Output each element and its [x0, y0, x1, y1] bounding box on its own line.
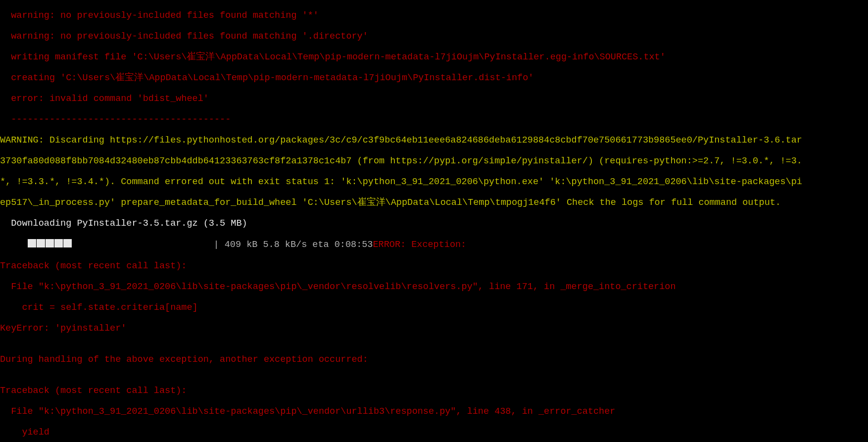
warning-discard-line: *, !=3.3.*, !=3.4.*). Command errored ou…: [0, 177, 868, 187]
progress-filled-block: [54, 239, 63, 247]
terminal-output: warning: no previously-included files fo…: [0, 0, 868, 442]
warning-discard-line: WARNING: Discarding https://files.python…: [0, 135, 868, 146]
progress-bar: [28, 239, 214, 250]
traceback-code-line: yield: [0, 427, 868, 438]
traceback-file-line: File "k:\python_3_91_2021_0206\lib\site-…: [0, 406, 868, 417]
warning-line: warning: no previously-included files fo…: [0, 10, 868, 21]
warning-line: warning: no previously-included files fo…: [0, 31, 868, 42]
progress-filled-block: [37, 239, 45, 247]
progress-empty: [72, 239, 214, 247]
keyerror-line: KeyError: 'pyinstaller': [0, 323, 868, 334]
progress-filled-block: [46, 239, 54, 247]
progress-filled-block: [28, 239, 36, 247]
creating-line: creating 'C:\Users\崔宝洋\AppData\Local\Tem…: [0, 73, 868, 83]
traceback-header: Traceback (most recent call last):: [0, 386, 868, 396]
traceback-code-line: crit = self.state.criteria[name]: [0, 302, 868, 313]
progress-line: | 409 kB 5.8 kB/s eta 0:08:53ERROR: Exce…: [0, 239, 868, 250]
progress-prefix: [0, 240, 28, 250]
progress-filled-block: [63, 239, 72, 247]
error-bdist-line: error: invalid command 'bdist_wheel': [0, 94, 868, 104]
traceback-header: Traceback (most recent call last):: [0, 261, 868, 271]
warning-discard-line: ep517\_in_process.py' prepare_metadata_f…: [0, 197, 868, 208]
separator-line: ----------------------------------------: [0, 114, 868, 125]
traceback-file-line: File "k:\python_3_91_2021_0206\lib\site-…: [0, 282, 868, 292]
downloading-line: Downloading PyInstaller-3.5.tar.gz (3.5 …: [0, 218, 868, 229]
manifest-line: writing manifest file 'C:\Users\崔宝洋\AppD…: [0, 52, 868, 62]
warning-discard-line: 3730fa80d088f8bb7084d32480eb87cbb4ddb641…: [0, 156, 868, 166]
during-handling-line: During handling of the above exception, …: [0, 354, 868, 365]
error-exception-label: ERROR: Exception:: [373, 240, 466, 250]
progress-stats: | 409 kB 5.8 kB/s eta 0:08:53: [214, 240, 373, 250]
